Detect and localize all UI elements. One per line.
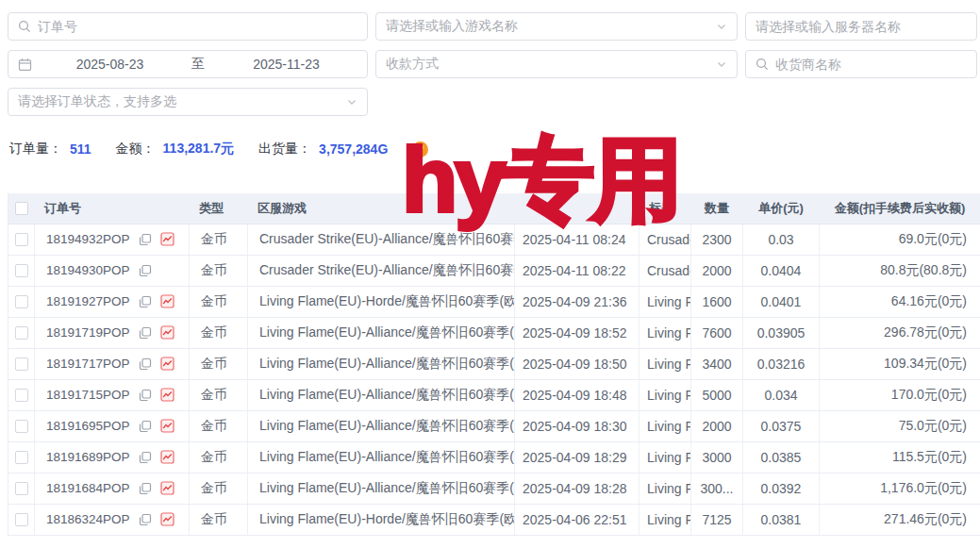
order-price: 0.0404 (743, 255, 820, 286)
copy-icon[interactable] (139, 326, 152, 340)
order-title: Living Flame (639, 473, 691, 504)
copy-icon[interactable] (139, 482, 152, 495)
stat-order-count: 订单量： 511 (9, 141, 91, 158)
stat-label: 订单量： (9, 141, 62, 158)
order-qty: 7125 (691, 504, 743, 535)
order-time: 2025-04-09 18:29 (515, 441, 639, 473)
price-trend-icon[interactable] (160, 325, 174, 340)
order-title: Living Flame (639, 410, 691, 441)
row-checkbox[interactable] (15, 295, 28, 308)
merchant-input[interactable] (775, 57, 967, 72)
col-time (515, 193, 639, 224)
table-row: 18191717POP 金币 Living Flame(EU)-Alliance… (8, 348, 980, 379)
table-row: 18191689POP 金币 Living Flame(EU)-Alliance… (8, 441, 980, 473)
price-trend-icon[interactable] (160, 512, 174, 526)
order-title: Crusader Strike (639, 224, 691, 255)
price-trend-icon[interactable] (160, 232, 174, 246)
copy-icon[interactable] (139, 295, 152, 308)
search-icon (756, 58, 769, 71)
copy-icon[interactable] (139, 420, 152, 433)
order-amount: 296.78元(0元) (820, 317, 980, 348)
copy-icon[interactable] (139, 513, 152, 526)
date-start-value[interactable]: 2025-08-23 (39, 57, 181, 72)
game-server: Living Flame(EU)-Horde/魔兽怀旧60赛季(欧服) (248, 504, 515, 535)
payment-method-select[interactable]: 收款方式 (375, 50, 738, 78)
order-qty: 7600 (691, 317, 743, 348)
order-time: 2025-04-09 18:28 (515, 473, 639, 504)
date-end-value[interactable]: 2025-11-23 (215, 57, 357, 72)
game-server: Crusader Strike(EU)-Alliance/魔兽怀旧60赛季(欧服… (248, 224, 515, 255)
order-qty: 5000 (691, 379, 743, 410)
order-no-input[interactable] (38, 19, 357, 34)
table-row: 18186324POP 金币 Living Flame(EU)-Horde/魔兽… (8, 504, 980, 535)
order-time: 2025-04-09 18:52 (515, 317, 639, 348)
copy-icon[interactable] (139, 264, 152, 277)
order-price: 0.03905 (743, 317, 820, 348)
copy-icon[interactable] (139, 233, 152, 246)
game-server: Living Flame(EU)-Alliance/魔兽怀旧60赛季(欧服) (248, 441, 515, 473)
order-price: 0.0375 (743, 410, 820, 441)
merchant-field[interactable] (745, 50, 977, 78)
row-checkbox[interactable] (15, 357, 28, 371)
payment-select-placeholder: 收款方式 (386, 56, 709, 73)
price-trend-icon[interactable] (160, 481, 174, 495)
order-amount: 115.5元(0元) (820, 441, 980, 473)
copy-icon[interactable] (139, 451, 152, 464)
copy-icon[interactable] (139, 357, 152, 371)
order-type: 金币 (190, 504, 248, 535)
price-trend-icon[interactable] (160, 357, 174, 371)
order-number: 18194932POP (46, 232, 130, 246)
price-trend-icon[interactable] (160, 294, 174, 308)
date-range-picker[interactable]: 2025-08-23 至 2025-11-23 (8, 50, 368, 78)
order-status-select[interactable]: 请选择订单状态，支持多选 (8, 88, 368, 116)
server-field[interactable] (745, 12, 977, 41)
price-trend-icon[interactable] (160, 419, 174, 433)
table-row: 18194930POP 金币 Crusader Strike(EU)-Allia… (8, 255, 980, 286)
order-title: Living Flame (639, 441, 691, 473)
order-number: 18191695POP (46, 419, 130, 433)
order-title: Living Flame (639, 348, 691, 379)
order-price: 0.0385 (743, 441, 820, 473)
row-checkbox[interactable] (15, 264, 28, 277)
stat-value: 3,757,284G (319, 141, 388, 157)
table-row: 18191927POP 金币 Living Flame(EU)-Horde/魔兽… (8, 286, 980, 317)
order-amount: 170.0元(0元) (820, 379, 980, 410)
status-select-placeholder: 请选择订单状态，支持多选 (18, 93, 340, 110)
table-row: 18194932POP 金币 Crusader Strike(EU)-Allia… (8, 224, 980, 255)
order-title: Living Flame (639, 379, 691, 410)
order-price: 0.0401 (743, 286, 820, 317)
table-header: 订单号 类型 区服游戏 标题 数量 单价(元) 金额(扣手续费后实收额) (8, 193, 980, 224)
row-checkbox[interactable] (15, 482, 28, 495)
table-body: 18194932POP 金币 Crusader Strike(EU)-Allia… (8, 224, 980, 535)
order-time: 2025-04-11 08:22 (515, 255, 639, 286)
stat-label: 出货量： (258, 141, 311, 158)
calendar-icon (18, 58, 32, 72)
order-number: 18191715POP (46, 388, 130, 402)
row-checkbox[interactable] (15, 233, 28, 246)
copy-icon[interactable] (139, 389, 152, 402)
chevron-down-icon (716, 21, 727, 32)
select-all-checkbox[interactable] (15, 202, 28, 215)
order-type: 金币 (190, 317, 248, 348)
price-trend-icon[interactable] (160, 388, 174, 402)
game-server: Living Flame(EU)-Alliance/魔兽怀旧60赛季(欧服) (248, 473, 515, 504)
order-no-field[interactable] (8, 12, 368, 41)
row-checkbox[interactable] (15, 513, 28, 526)
order-number: 18186324POP (46, 512, 130, 526)
order-price: 0.034 (743, 379, 820, 410)
stat-shipment: 出货量： 3,757,284G (258, 141, 388, 158)
price-trend-icon[interactable] (160, 450, 174, 464)
help-icon[interactable]: ? (412, 141, 428, 158)
order-type: 金币 (190, 224, 248, 255)
server-input[interactable] (756, 19, 967, 34)
order-time: 2025-04-11 08:24 (515, 224, 639, 255)
row-checkbox[interactable] (15, 389, 28, 402)
order-amount: 75.0元(0元) (820, 410, 980, 441)
game-select[interactable]: 请选择或输入游戏名称 (375, 12, 738, 41)
row-checkbox[interactable] (15, 420, 28, 433)
row-checkbox[interactable] (15, 326, 28, 340)
chevron-down-icon (346, 96, 357, 108)
order-type: 金币 (190, 410, 248, 441)
row-checkbox[interactable] (15, 451, 28, 464)
game-select-placeholder: 请选择或输入游戏名称 (386, 18, 709, 35)
